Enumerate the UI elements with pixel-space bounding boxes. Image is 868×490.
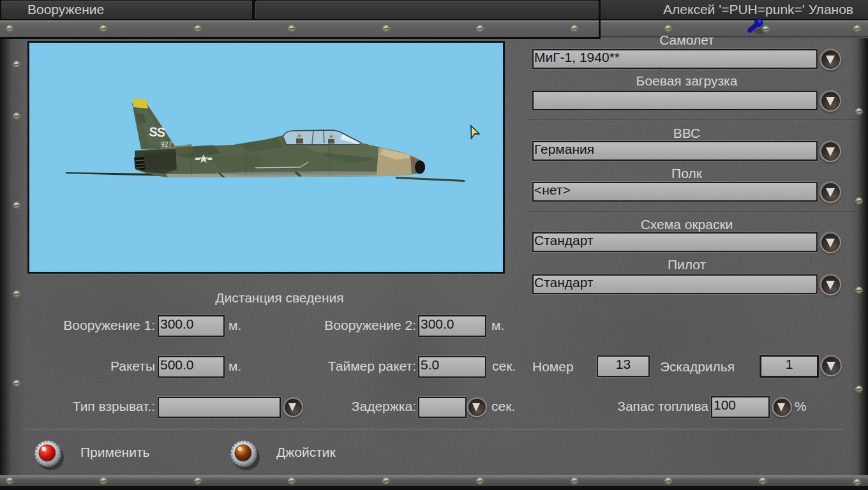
svg-text:927: 927 (161, 140, 172, 148)
svg-text:SS: SS (149, 124, 166, 140)
